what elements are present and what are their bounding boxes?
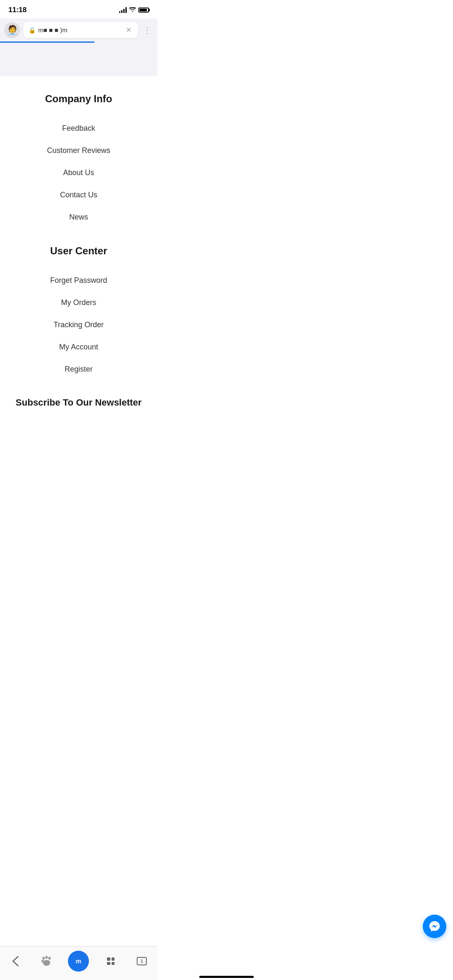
- company-info-title: Company Info: [0, 89, 157, 109]
- lock-icon: 🔒: [29, 27, 36, 34]
- tracking-order-link[interactable]: Tracking Order: [0, 314, 157, 336]
- newsletter-section: Subscribe To Our Newsletter: [0, 389, 157, 412]
- user-center-section: User Center Forget Password My Orders Tr…: [0, 237, 157, 389]
- forget-password-link[interactable]: Forget Password: [0, 269, 157, 292]
- status-time: 11:18: [8, 6, 26, 14]
- status-icons: [119, 7, 149, 13]
- status-bar: 11:18: [0, 0, 157, 18]
- newsletter-title: Subscribe To Our Newsletter: [8, 397, 149, 408]
- about-us-link[interactable]: About Us: [0, 162, 157, 184]
- user-center-title: User Center: [0, 241, 157, 261]
- browser-menu-button[interactable]: ⋮: [141, 23, 153, 37]
- close-button[interactable]: ✕: [124, 25, 133, 35]
- company-info-section: Company Info Feedback Customer Reviews A…: [0, 85, 157, 237]
- url-text: m■ ■ ■ )m: [38, 26, 122, 34]
- my-orders-link[interactable]: My Orders: [0, 292, 157, 314]
- browser-avatar: 🧑‍💼: [4, 22, 20, 38]
- my-account-link[interactable]: My Account: [0, 336, 157, 358]
- browser-chrome: 🧑‍💼 🔒 m■ ■ ■ )m ✕ ⋮: [0, 18, 157, 41]
- customer-reviews-link[interactable]: Customer Reviews: [0, 140, 157, 162]
- contact-us-link[interactable]: Contact Us: [0, 184, 157, 206]
- url-bar[interactable]: 🔒 m■ ■ ■ )m ✕: [23, 22, 138, 38]
- feedback-link[interactable]: Feedback: [0, 117, 157, 140]
- signal-icon: [119, 7, 127, 13]
- battery-icon: [138, 8, 149, 13]
- wifi-icon: [129, 7, 136, 13]
- main-content: Company Info Feedback Customer Reviews A…: [0, 76, 157, 454]
- register-link[interactable]: Register: [0, 358, 157, 380]
- news-link[interactable]: News: [0, 206, 157, 228]
- gray-section: [0, 43, 157, 76]
